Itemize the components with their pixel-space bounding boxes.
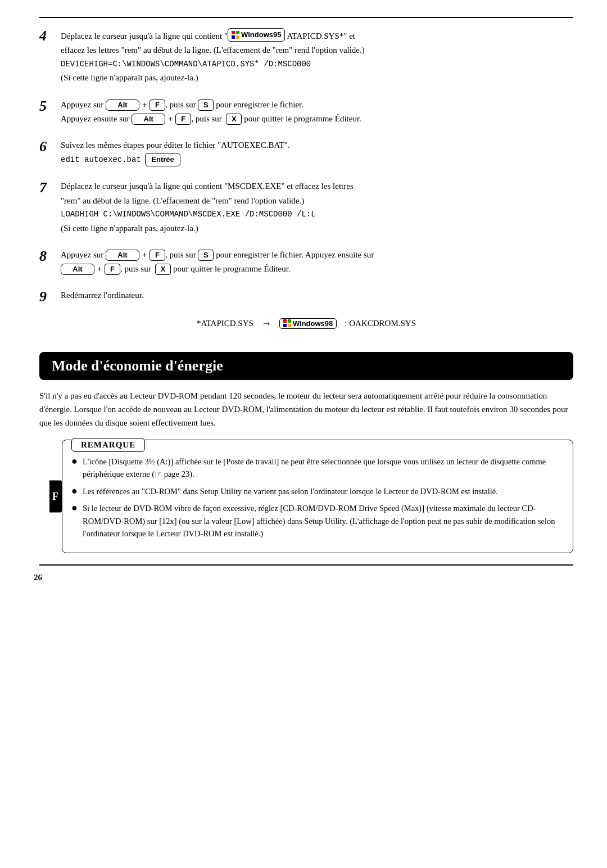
step4-line4: (Si cette ligne n'apparaît pas, ajoutez-… bbox=[61, 71, 573, 84]
x-key-2: X bbox=[155, 264, 171, 275]
x-key-1: X bbox=[226, 114, 242, 125]
step-number-8: 8 bbox=[39, 248, 61, 265]
step-content-4: Déplacez le curseur jusqu'à la ligne qui… bbox=[61, 28, 573, 86]
arrow-left-text: *ATAPICD.SYS bbox=[197, 319, 253, 328]
f-key-3: F bbox=[150, 250, 165, 261]
svg-rect-0 bbox=[232, 31, 235, 34]
svg-rect-4 bbox=[283, 319, 287, 323]
arrow-symbol: → bbox=[261, 318, 271, 329]
step-number-6: 6 bbox=[39, 139, 61, 155]
step9-line1: Redémarrez l'ordinateur. bbox=[61, 289, 573, 302]
page: 4 Déplacez le curseur jusqu'à la ligne q… bbox=[0, 0, 607, 588]
arrow-right-text: : OAKCDROM.SYS bbox=[345, 319, 416, 328]
bullet-3: ● bbox=[71, 502, 80, 514]
windows98-badge: Windows98 bbox=[279, 318, 337, 329]
f-key-1: F bbox=[150, 100, 165, 111]
svg-rect-3 bbox=[236, 35, 239, 39]
step-8: 8 Appuyez sur Alt + F, puis sur S pour e… bbox=[39, 248, 573, 277]
step8-line2: Alt + F, puis sur X pour quitter le prog… bbox=[61, 263, 573, 275]
step7-command: LOADHIGH C:\WINDOWS\COMMAND\MSCDEX.EXE /… bbox=[61, 209, 573, 221]
step7-line4: (Si cette ligne n'apparaît pas, ajoutez-… bbox=[61, 222, 573, 235]
step4-line1: Déplacez le curseur jusqu'à la ligne qui… bbox=[61, 28, 573, 43]
note-section: F REMARQUE ● L'icône [Disquette 3½ (A:)]… bbox=[49, 440, 573, 553]
svg-rect-6 bbox=[283, 324, 287, 327]
bullet-2: ● bbox=[71, 485, 80, 498]
side-label-f: F bbox=[49, 480, 62, 512]
alt-key-4: Alt bbox=[61, 264, 94, 275]
note-item-3: ● Si le lecteur de DVD-ROM vibre de faço… bbox=[71, 502, 564, 540]
s-key-1: S bbox=[198, 100, 214, 111]
step-number-4: 4 bbox=[39, 28, 61, 44]
step-content-8: Appuyez sur Alt + F, puis sur S pour enr… bbox=[61, 248, 573, 277]
step8-line1: Appuyez sur Alt + F, puis sur S pour enr… bbox=[61, 248, 573, 261]
step4-line2: effacez les lettres "rem" au début de la… bbox=[61, 44, 573, 57]
entree-key: Entrée bbox=[145, 153, 180, 166]
step-6: 6 Suivez les mêmes étapes pour éditer le… bbox=[39, 139, 573, 168]
note-item-2: ● Les références au "CD-ROM" dans Setup … bbox=[71, 485, 564, 498]
alt-key-3: Alt bbox=[106, 250, 139, 261]
s-key-2: S bbox=[198, 250, 214, 261]
step-7: 7 Déplacez le curseur jusqu'à la ligne q… bbox=[39, 180, 573, 236]
step-5: 5 Appuyez sur Alt + F, puis sur S pour e… bbox=[39, 98, 573, 127]
svg-rect-1 bbox=[236, 31, 239, 34]
step-content-6: Suivez les mêmes étapes pour éditer le f… bbox=[61, 139, 573, 168]
note-box: REMARQUE ● L'icône [Disquette 3½ (A:)] a… bbox=[62, 440, 573, 553]
step-4: 4 Déplacez le curseur jusqu'à la ligne q… bbox=[39, 28, 573, 86]
note-header: REMARQUE bbox=[71, 438, 145, 452]
step6-line2: edit autoexec.bat Entrée bbox=[61, 153, 573, 166]
page-number: 26 bbox=[34, 573, 42, 582]
step-number-5: 5 bbox=[39, 98, 61, 115]
note-item-1: ● L'icône [Disquette 3½ (A:)] affichée s… bbox=[71, 455, 564, 481]
windows98-logo-icon bbox=[283, 319, 291, 327]
intro-text: S'il n'y a pas eu d'accès au Lecteur DVD… bbox=[39, 389, 573, 430]
step6-line1: Suivez les mêmes étapes pour éditer le f… bbox=[61, 139, 573, 152]
bottom-border bbox=[39, 564, 573, 566]
alt-key-2: Alt bbox=[132, 114, 165, 125]
step-number-9: 9 bbox=[39, 289, 61, 305]
windows-logo-icon bbox=[232, 31, 239, 39]
step-9: 9 Redémarrez l'ordinateur. bbox=[39, 289, 573, 305]
note-items: ● L'icône [Disquette 3½ (A:)] affichée s… bbox=[62, 452, 573, 540]
step-number-7: 7 bbox=[39, 180, 61, 196]
step5-line1: Appuyez sur Alt + F, puis sur S pour enr… bbox=[61, 98, 573, 111]
step-content-9: Redémarrez l'ordinateur. bbox=[61, 289, 573, 303]
step4-command: DEVICEHIGH=C:\WINDOWS\COMMAND\ATAPICD.SY… bbox=[61, 58, 573, 71]
step7-line1: Déplacez le curseur jusqu'à la ligne qui… bbox=[61, 180, 573, 193]
svg-rect-5 bbox=[288, 319, 291, 323]
step6-command: edit autoexec.bat bbox=[61, 155, 141, 164]
step5-line2: Appuyez ensuite sur Alt + F, puis sur X … bbox=[61, 112, 573, 125]
top-border bbox=[39, 17, 573, 18]
arrow-line: *ATAPICD.SYS → Windows98 : OAKCDROM.SYS bbox=[39, 318, 573, 329]
section-header: Mode d'économie d'énergie bbox=[39, 352, 573, 380]
svg-rect-2 bbox=[232, 35, 235, 39]
f-key-2: F bbox=[175, 114, 191, 125]
f-key-4: F bbox=[105, 264, 120, 275]
alt-key-1: Alt bbox=[106, 100, 139, 111]
windows95-badge: Windows95 bbox=[228, 28, 285, 42]
svg-rect-7 bbox=[288, 324, 291, 327]
step7-line2: "rem" au début de la ligne. (L'effacemen… bbox=[61, 195, 573, 207]
step-content-7: Déplacez le curseur jusqu'à la ligne qui… bbox=[61, 180, 573, 236]
step-content-5: Appuyez sur Alt + F, puis sur S pour enr… bbox=[61, 98, 573, 127]
bullet-1: ● bbox=[71, 455, 80, 468]
